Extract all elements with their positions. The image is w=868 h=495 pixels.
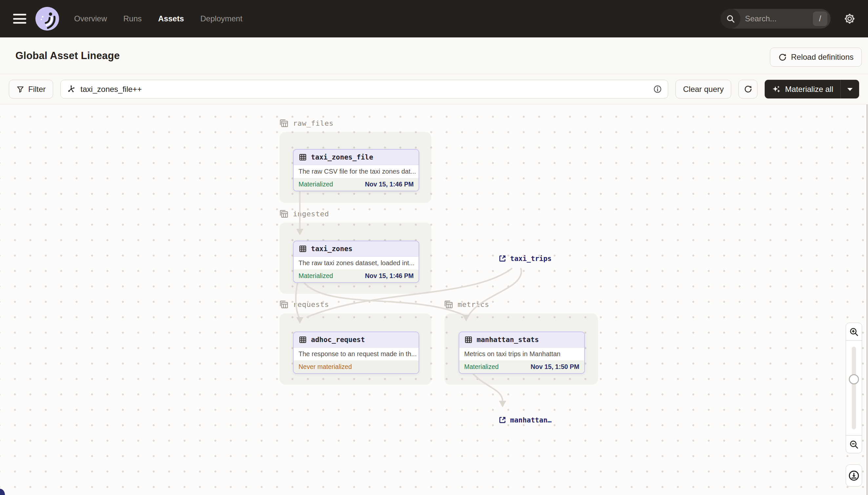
asset-description: Metrics on taxi trips in Manhattan <box>459 347 584 360</box>
settings-button[interactable] <box>840 10 859 28</box>
graph-query-icon <box>67 85 76 94</box>
zoom-slider-track[interactable] <box>852 347 856 429</box>
corner-logo-fragment <box>0 489 5 495</box>
page-header: Global Asset Lineage Reload definitions <box>0 37 868 74</box>
refresh-graph-button[interactable] <box>739 80 758 99</box>
materialize-all-label: Materialize all <box>785 85 833 94</box>
table-stack-icon <box>279 118 289 129</box>
asset-name: taxi_zones <box>311 245 352 253</box>
asset-node-taxi-zones[interactable]: taxi_zones The raw taxi zones dataset, l… <box>293 241 419 283</box>
table-icon <box>299 336 307 344</box>
table-icon <box>299 244 307 253</box>
asset-name: manhattan_stats <box>477 336 539 344</box>
materialization-timestamp[interactable]: Nov 15, 1:46 PM <box>365 181 414 188</box>
nav-item-runs[interactable]: Runs <box>123 14 142 23</box>
asset-status-bar: Never materialized <box>294 360 419 373</box>
refresh-icon <box>744 85 752 93</box>
asset-description: The raw taxi zones dataset, loaded int..… <box>294 257 419 270</box>
zoom-slider-thumb[interactable] <box>849 374 859 385</box>
filter-funnel-icon <box>16 85 24 93</box>
top-navbar: Overview Runs Assets Deployment Search..… <box>0 0 868 37</box>
asset-query-input[interactable] <box>81 85 649 94</box>
asset-status-bar: Materialized Nov 15, 1:50 PM <box>459 360 584 373</box>
sparkles-icon <box>772 85 781 94</box>
global-search[interactable]: Search... / <box>721 9 831 29</box>
status-badge: Materialized <box>464 363 499 371</box>
zoom-control-panel <box>846 323 862 453</box>
zoom-slider[interactable] <box>846 341 862 435</box>
filter-button-label: Filter <box>28 85 46 94</box>
nav-item-deployment[interactable]: Deployment <box>200 14 243 23</box>
asset-description: The response to an request made in th... <box>294 347 419 360</box>
reload-definitions-label: Reload definitions <box>791 52 854 62</box>
group-label-text: ingested <box>293 210 329 218</box>
filter-button[interactable]: Filter <box>9 80 53 99</box>
asset-status-bar: Materialized Nov 15, 1:46 PM <box>294 178 419 191</box>
asset-description: The raw CSV file for the taxi zones dat.… <box>294 165 419 178</box>
table-icon <box>299 153 307 161</box>
zoom-out-icon <box>849 440 859 449</box>
nav-item-overview[interactable]: Overview <box>74 14 107 23</box>
asset-node-adhoc-request[interactable]: adhoc_request The response to an request… <box>293 331 419 374</box>
download-circle-icon <box>848 470 860 481</box>
table-stack-icon <box>279 209 289 219</box>
asset-node-header: manhattan_stats <box>459 332 584 347</box>
reload-definitions-button[interactable]: Reload definitions <box>770 48 862 67</box>
asset-node-header: taxi_zones <box>294 241 419 257</box>
chevron-down-icon <box>847 87 853 91</box>
group-label-metrics[interactable]: metrics <box>444 300 489 309</box>
lineage-toolbar: Filter Clear query <box>0 74 868 104</box>
clear-query-label: Clear query <box>683 85 724 94</box>
gear-icon <box>843 12 856 25</box>
external-asset-manhattan[interactable]: manhattan… <box>498 415 551 424</box>
asset-node-taxi-zones-file[interactable]: taxi_zones_file The raw CSV file for the… <box>293 149 419 191</box>
asset-node-header: taxi_zones_file <box>294 150 419 165</box>
page-title: Global Asset Lineage <box>15 50 120 62</box>
materialize-options-button[interactable] <box>841 80 859 99</box>
hamburger-menu-icon[interactable] <box>13 14 26 24</box>
external-asset-taxi-trips[interactable]: taxi_trips <box>498 254 551 263</box>
materialization-timestamp[interactable]: Nov 15, 1:46 PM <box>365 272 414 280</box>
status-badge: Never materialized <box>299 363 352 371</box>
scrollbar-track[interactable] <box>867 104 867 495</box>
lineage-edges <box>0 104 868 495</box>
table-stack-icon <box>279 300 289 309</box>
nav-item-assets[interactable]: Assets <box>158 14 184 23</box>
group-label-text: raw_files <box>293 119 334 127</box>
external-link-icon <box>498 415 507 424</box>
group-label-requests[interactable]: requests <box>279 300 329 309</box>
status-badge: Materialized <box>299 181 333 188</box>
materialize-all-split-button: Materialize all <box>765 80 859 99</box>
external-asset-label: manhattan… <box>510 416 551 424</box>
group-label-text: requests <box>293 300 329 309</box>
asset-name: adhoc_request <box>311 336 365 344</box>
table-icon <box>464 336 473 344</box>
group-label-ingested[interactable]: ingested <box>279 209 329 219</box>
info-icon[interactable] <box>653 85 662 93</box>
asset-status-bar: Materialized Nov 15, 1:46 PM <box>294 270 419 282</box>
lineage-graph-canvas[interactable]: raw_files ingested requests metrics <box>0 104 868 495</box>
external-link-icon <box>498 254 507 263</box>
group-label-raw-files[interactable]: raw_files <box>279 118 334 129</box>
asset-node-header: adhoc_request <box>294 332 419 347</box>
primary-nav: Overview Runs Assets Deployment <box>74 14 243 23</box>
zoom-in-icon <box>849 327 859 337</box>
table-stack-icon <box>444 300 454 309</box>
dagster-octopus-icon <box>35 7 59 31</box>
recenter-view-button[interactable] <box>846 464 862 487</box>
refresh-icon <box>778 53 787 62</box>
asset-name: taxi_zones_file <box>311 153 373 161</box>
dagster-logo[interactable] <box>35 7 59 31</box>
zoom-in-button[interactable] <box>846 323 862 341</box>
search-icon <box>721 9 740 29</box>
materialization-timestamp[interactable]: Nov 15, 1:50 PM <box>531 363 579 371</box>
zoom-out-button[interactable] <box>846 435 862 453</box>
external-asset-label: taxi_trips <box>510 255 551 262</box>
asset-query-field[interactable] <box>60 80 668 99</box>
clear-query-button[interactable]: Clear query <box>675 80 731 99</box>
materialize-all-button[interactable]: Materialize all <box>765 80 840 99</box>
status-badge: Materialized <box>299 272 333 280</box>
asset-node-manhattan-stats[interactable]: manhattan_stats Metrics on taxi trips in… <box>459 331 585 374</box>
group-label-text: metrics <box>458 300 489 309</box>
search-placeholder: Search... <box>745 14 813 23</box>
